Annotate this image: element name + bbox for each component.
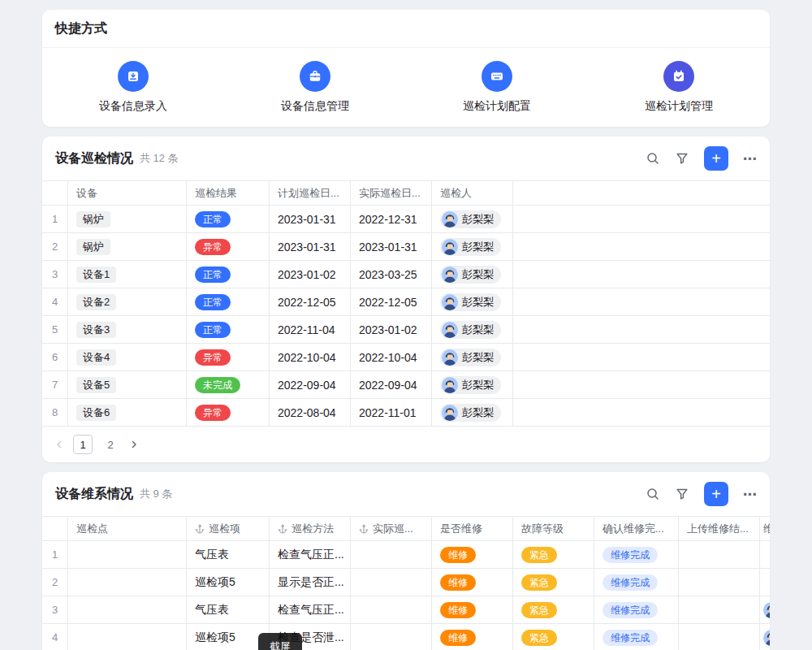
filler-cell <box>513 206 770 232</box>
table-row[interactable]: 1 气压表 检查气压正... 维修 紧急 维修完成 <box>42 541 770 569</box>
device-chip[interactable]: 锅炉 <box>76 239 110 255</box>
person-chip[interactable]: 彭梨梨 <box>440 321 501 339</box>
level-pill[interactable]: 紧急 <box>521 602 557 618</box>
person-chip[interactable]: 彭梨梨 <box>440 404 501 422</box>
method-cell: 检查气压正... <box>270 596 351 623</box>
device-cell: 设备3 <box>68 316 187 343</box>
result-pill[interactable]: 正常 <box>195 266 231 283</box>
result-pill[interactable]: 正常 <box>195 211 231 228</box>
table-row[interactable]: 8 设备6 异常 2022-08-04 2022-11-01 <box>42 399 770 427</box>
device-cell: 设备1 <box>68 261 187 288</box>
planned-date-cell: 2022-10-04 <box>270 344 351 370</box>
device-chip[interactable]: 设备4 <box>76 349 116 366</box>
column-planned-date[interactable]: 计划巡检日... <box>270 181 351 205</box>
shortcut-list: 设备信息录入 设备信息管理 <box>42 48 770 127</box>
level-pill[interactable]: 紧急 <box>521 547 557 563</box>
more-icon[interactable]: ⋯ <box>743 150 757 167</box>
prev-page-icon[interactable] <box>54 439 65 450</box>
table-row[interactable]: 3 气压表 检查气压正... 维修 紧急 维修完成 <box>42 596 770 624</box>
confirm-pill[interactable]: 维修完成 <box>603 574 658 591</box>
result-cell: 正常 <box>187 261 270 288</box>
search-icon[interactable] <box>646 151 660 166</box>
search-icon[interactable] <box>646 487 660 501</box>
table-row[interactable]: 3 设备1 正常 2023-01-02 2023-03-25 <box>42 261 770 288</box>
level-pill[interactable]: 紧急 <box>521 630 557 646</box>
row-number: 4 <box>42 624 68 650</box>
item-cell: 气压表 <box>187 596 270 623</box>
table-row[interactable]: 5 设备3 正常 2022-11-04 2023-01-02 <box>42 316 770 344</box>
result-pill[interactable]: 异常 <box>195 405 231 421</box>
person-chip[interactable]: 彭梨梨 <box>440 349 501 366</box>
page-button-1[interactable]: 1 <box>73 435 93 454</box>
table-row[interactable]: 6 设备4 异常 2022-10-04 2022-10-04 <box>42 344 770 371</box>
result-pill[interactable]: 正常 <box>195 294 231 310</box>
result-pill[interactable]: 正常 <box>195 322 231 338</box>
person-chip[interactable]: 彭梨梨 <box>440 293 501 311</box>
table-row[interactable]: 7 设备5 未完成 2022-09-04 2022-09-04 <box>42 371 770 399</box>
shortcut-device-entry[interactable]: 设备信息录入 <box>42 61 224 114</box>
person-chip[interactable]: 彭梨梨 <box>440 238 501 256</box>
filler-cell <box>513 233 770 260</box>
screenshot-tooltip-label: 截屏 <box>270 640 291 650</box>
table-row[interactable]: 1 锅炉 正常 2023-01-31 2022-12-31 <box>42 206 770 233</box>
confirm-pill[interactable]: 维修完成 <box>603 630 658 646</box>
device-chip[interactable]: 锅炉 <box>76 211 110 228</box>
column-upload[interactable]: 上传维修结... <box>679 517 760 540</box>
person-chip[interactable]: 彭梨梨 <box>440 266 501 284</box>
column-confirm[interactable]: 确认维修完... <box>594 517 679 540</box>
column-result[interactable]: 巡检结果 <box>187 181 270 205</box>
table-row[interactable]: 4 巡检项5 检查是否泄... 维修 紧急 维修完成 <box>42 624 770 650</box>
add-record-button[interactable]: + <box>704 482 728 506</box>
column-level[interactable]: 故障等级 <box>513 517 594 540</box>
repair-pill[interactable]: 维修 <box>440 547 476 563</box>
avatar[interactable] <box>763 602 770 618</box>
repair-pill[interactable]: 维修 <box>440 574 476 591</box>
column-item[interactable]: 巡检项 <box>187 517 270 540</box>
actual-date-cell: 2023-01-31 <box>351 233 432 260</box>
planned-date-cell: 2023-01-31 <box>270 233 351 260</box>
avatar[interactable] <box>763 630 770 646</box>
result-pill[interactable]: 异常 <box>195 349 231 366</box>
table-row[interactable]: 2 锅炉 异常 2023-01-31 2023-01-31 <box>42 233 770 261</box>
repair-pill[interactable]: 维修 <box>440 630 476 646</box>
column-inspector[interactable]: 巡检人 <box>432 181 513 205</box>
column-point[interactable]: 巡检点 <box>68 517 187 540</box>
repairer-cell <box>760 624 770 650</box>
avatar <box>442 239 458 255</box>
next-page-icon[interactable] <box>128 439 140 450</box>
device-chip[interactable]: 设备6 <box>76 405 116 421</box>
column-actual-date[interactable]: 实际巡检日... <box>351 181 432 205</box>
level-pill[interactable]: 紧急 <box>521 574 557 591</box>
device-chip[interactable]: 设备2 <box>76 294 116 310</box>
level-cell: 紧急 <box>513 541 594 568</box>
filter-icon[interactable] <box>675 487 689 501</box>
device-chip[interactable]: 设备3 <box>76 322 116 338</box>
column-repair[interactable]: 是否维修 <box>432 517 513 540</box>
column-actual[interactable]: 实际巡... <box>351 517 432 540</box>
column-method[interactable]: 巡检方法 <box>270 517 351 540</box>
confirm-pill[interactable]: 维修完成 <box>603 602 658 618</box>
column-repairer[interactable]: 维修人 <box>760 517 770 540</box>
point-cell <box>68 569 187 596</box>
table-row[interactable]: 2 巡检项5 显示是否正... 维修 紧急 维修完成 <box>42 569 770 596</box>
result-pill[interactable]: 异常 <box>195 239 231 255</box>
filter-icon[interactable] <box>675 151 689 166</box>
device-chip[interactable]: 设备5 <box>76 377 116 393</box>
inspector-name: 彭梨梨 <box>462 267 494 282</box>
add-record-button[interactable]: + <box>704 146 728 171</box>
result-pill[interactable]: 未完成 <box>195 377 240 393</box>
table-row[interactable]: 4 设备2 正常 2022-12-05 2022-12-05 <box>42 288 770 316</box>
page-button-2[interactable]: 2 <box>101 435 120 454</box>
shortcut-plan-manage[interactable]: 巡检计划管理 <box>588 61 770 114</box>
more-icon[interactable]: ⋯ <box>743 486 757 503</box>
person-chip[interactable]: 彭梨梨 <box>440 376 501 394</box>
shortcut-plan-config[interactable]: 巡检计划配置 <box>406 61 588 114</box>
column-device[interactable]: 设备 <box>68 181 187 205</box>
shortcut-device-manage[interactable]: 设备信息管理 <box>224 61 406 114</box>
person-chip[interactable]: 彭梨梨 <box>440 210 501 228</box>
repair-pill[interactable]: 维修 <box>440 602 476 618</box>
inspector-name: 彭梨梨 <box>462 295 494 310</box>
confirm-cell: 维修完成 <box>594 569 679 596</box>
confirm-pill[interactable]: 维修完成 <box>603 547 658 563</box>
device-chip[interactable]: 设备1 <box>76 266 116 283</box>
